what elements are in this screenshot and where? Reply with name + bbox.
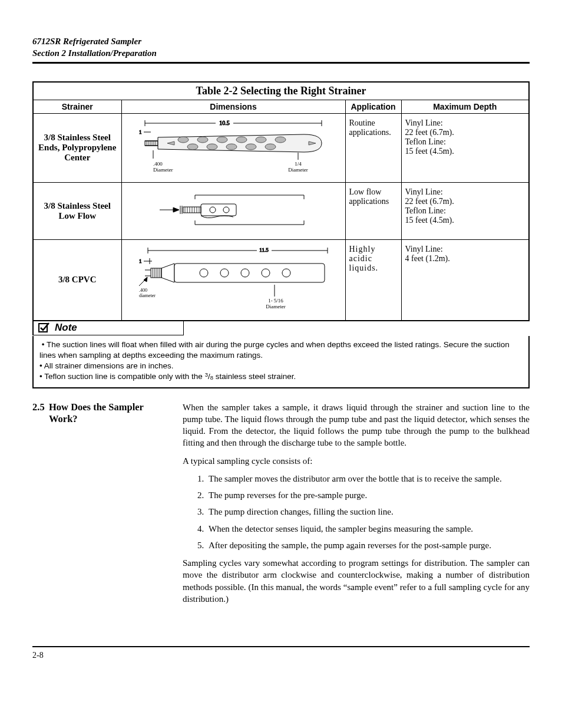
strainer-cell: 3/8 CPVC <box>33 239 121 321</box>
application-cell: Routine applications. <box>345 113 401 182</box>
header-line-2: Section 2 Installation/Preparation <box>32 47 530 59</box>
strainer-cell: 3/8 Stainless Steel Ends, Polypropylene … <box>33 113 121 182</box>
steps-list: The sampler moves the distributor arm ov… <box>183 473 530 551</box>
strainer-diagram-3: 11.5 1 . <box>127 243 339 314</box>
svg-text:1: 1 <box>139 129 142 135</box>
table-row: 3/8 Stainless Steel Low Flow <box>33 182 529 239</box>
note-bullet: • Teflon suction line is compatible only… <box>39 371 523 382</box>
svg-text:10.5: 10.5 <box>219 120 230 126</box>
svg-point-26 <box>265 144 276 150</box>
list-item: The pump direction changes, filling the … <box>206 506 530 518</box>
max-depth-cell: Vinyl Line: 22 feet (6.7m). Teflon Line:… <box>401 182 529 239</box>
svg-point-18 <box>217 137 227 143</box>
strainer-cell: 3/8 Stainless Steel Low Flow <box>33 182 121 239</box>
svg-point-16 <box>178 137 189 143</box>
note-label: Note <box>55 322 77 334</box>
svg-rect-45 <box>201 204 236 216</box>
svg-text:1/4Diameter: 1/4Diameter <box>288 161 308 173</box>
running-head: 6712SR Refrigerated Sampler Section 2 In… <box>32 35 530 60</box>
svg-point-19 <box>236 137 247 143</box>
body-paragraph: A typical sampling cycle consists of: <box>183 455 530 467</box>
table-row: 3/8 Stainless Steel Ends, Polypropylene … <box>33 113 529 182</box>
dimensions-cell <box>121 182 345 239</box>
section-number: 2.5 <box>32 401 49 611</box>
max-depth-cell: Vinyl Line: 4 feet (1.2m). <box>401 239 529 321</box>
application-cell: Highly acidic liquids. <box>345 239 401 321</box>
note-body: • The suction lines will float when fill… <box>32 336 530 388</box>
col-strainer: Strainer <box>33 100 121 113</box>
page-footer: 2-8 <box>32 646 530 660</box>
strainer-diagram-2 <box>127 186 339 233</box>
col-application: Application <box>345 100 401 113</box>
svg-text:11.5: 11.5 <box>259 247 269 253</box>
table-row: 3/8 CPVC 11.5 1 <box>33 239 529 321</box>
svg-point-25 <box>246 144 256 150</box>
svg-rect-7 <box>145 141 158 146</box>
svg-point-23 <box>207 144 217 150</box>
svg-point-21 <box>275 137 286 143</box>
note-bullet: • The suction lines will float when fill… <box>39 340 523 361</box>
col-maximum-depth: Maximum Depth <box>401 100 529 113</box>
svg-text:.400diameter: .400diameter <box>139 288 156 298</box>
list-item: When the detector senses liquid, the sam… <box>206 523 530 535</box>
dimensions-cell: 11.5 1 . <box>121 239 345 321</box>
svg-point-17 <box>197 137 208 143</box>
list-item: After depositing the sample, the pump ag… <box>206 539 530 551</box>
svg-point-47 <box>223 207 229 213</box>
section-heading: 2.5 How Does the Sampler Work? <box>32 401 171 611</box>
svg-point-22 <box>187 144 198 150</box>
strainer-table: Table 2-2 Selecting the Right Strainer S… <box>32 81 530 321</box>
note-block: Note • The suction lines will float when… <box>32 321 530 388</box>
svg-point-24 <box>226 144 237 150</box>
svg-text:1: 1 <box>139 258 142 264</box>
list-item: The sampler moves the distributor arm ov… <box>206 473 530 485</box>
header-rule <box>32 62 530 64</box>
section-title: How Does the Sampler Work? <box>49 401 171 611</box>
header-line-1: 6712SR Refrigerated Sampler <box>32 35 530 47</box>
section-body: When the sampler takes a sample, it draw… <box>183 401 530 611</box>
fraction: 3/8 <box>205 372 213 381</box>
checkbox-icon <box>38 322 50 334</box>
note-header: Note <box>32 321 184 335</box>
page-number: 2-8 <box>32 651 44 660</box>
svg-text:1- 5/16Diameter: 1- 5/16Diameter <box>266 298 285 309</box>
note-bullet: • All strainer dimensions are in inches. <box>39 361 523 371</box>
dimensions-cell: 10.5 1 <box>121 113 345 182</box>
body-paragraph: Sampling cycles vary somewhat according … <box>183 557 530 605</box>
list-item: The pump reverses for the pre-sample pur… <box>206 489 530 501</box>
svg-point-46 <box>210 207 216 213</box>
svg-point-20 <box>256 137 266 143</box>
svg-text:.400Diameter: .400Diameter <box>153 161 173 173</box>
col-dimensions: Dimensions <box>121 100 345 113</box>
body-paragraph: When the sampler takes a sample, it draw… <box>183 401 530 449</box>
section-2-5: 2.5 How Does the Sampler Work? When the … <box>32 401 530 611</box>
strainer-diagram-1: 10.5 1 <box>127 117 339 176</box>
svg-marker-34 <box>173 207 179 212</box>
max-depth-cell: Vinyl Line: 22 feet (6.7m). Teflon Line:… <box>401 113 529 182</box>
table-title: Table 2-2 Selecting the Right Strainer <box>33 82 529 100</box>
application-cell: Low flow applications <box>345 182 401 239</box>
